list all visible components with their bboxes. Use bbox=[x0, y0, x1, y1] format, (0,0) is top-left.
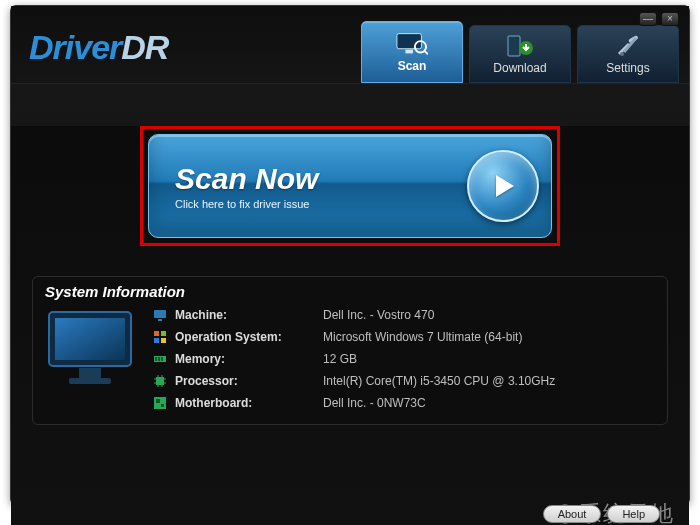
spec-value: 12 GB bbox=[323, 352, 655, 366]
svg-line-3 bbox=[424, 51, 428, 55]
drive-download-icon bbox=[504, 33, 536, 59]
tab-settings-label: Settings bbox=[606, 61, 649, 75]
spec-row-os: Operation System: Microsoft Windows 7 Ul… bbox=[153, 326, 655, 348]
tab-download[interactable]: Download bbox=[469, 25, 571, 83]
tools-icon bbox=[612, 33, 644, 59]
os-icon bbox=[153, 330, 175, 344]
svg-rect-20 bbox=[155, 357, 157, 361]
minimize-button[interactable]: — bbox=[639, 12, 657, 26]
spec-label: Memory: bbox=[175, 352, 323, 366]
motherboard-icon bbox=[153, 396, 175, 410]
window-controls: — × bbox=[639, 12, 679, 26]
cpu-icon bbox=[153, 374, 175, 388]
scan-subtitle: Click here to fix driver issue bbox=[175, 198, 318, 210]
svg-rect-12 bbox=[69, 378, 111, 384]
svg-rect-26 bbox=[161, 404, 164, 407]
svg-rect-18 bbox=[161, 338, 166, 343]
svg-rect-17 bbox=[154, 338, 159, 343]
scan-now-button[interactable]: Scan Now Click here to fix driver issue bbox=[148, 134, 552, 238]
machine-icon bbox=[153, 308, 175, 322]
logo-part1: Driver bbox=[29, 28, 121, 66]
system-info-title: System Information bbox=[45, 283, 655, 300]
footer-buttons: About Help bbox=[543, 505, 660, 523]
svg-rect-10 bbox=[55, 318, 125, 360]
main-tabs: Scan Download bbox=[361, 16, 679, 83]
svg-rect-23 bbox=[156, 377, 164, 385]
scan-highlight-frame: Scan Now Click here to fix driver issue bbox=[140, 126, 560, 246]
svg-rect-1 bbox=[405, 50, 413, 54]
scan-text-group: Scan Now Click here to fix driver issue bbox=[175, 162, 318, 210]
svg-rect-11 bbox=[79, 368, 101, 378]
header: DriverDR Scan bbox=[11, 6, 689, 84]
spec-label: Processor: bbox=[175, 374, 323, 388]
svg-rect-22 bbox=[161, 357, 163, 361]
spec-row-processor: Processor: Intel(R) Core(TM) i5-3450 CPU… bbox=[153, 370, 655, 392]
main-panel: Scan Now Click here to fix driver issue … bbox=[11, 126, 689, 525]
memory-icon bbox=[153, 352, 175, 366]
tab-settings[interactable]: Settings bbox=[577, 25, 679, 83]
spec-label: Motherboard: bbox=[175, 396, 323, 410]
spec-value: Microsoft Windows 7 Ultimate (64-bit) bbox=[323, 330, 655, 344]
spec-label: Operation System: bbox=[175, 330, 323, 344]
logo-part2: DR bbox=[121, 28, 168, 66]
spec-value: Intel(R) Core(TM) i5-3450 CPU @ 3.10GHz bbox=[323, 374, 655, 388]
svg-rect-25 bbox=[156, 399, 160, 403]
svg-rect-16 bbox=[161, 331, 166, 336]
spec-value: Dell Inc. - Vostro 470 bbox=[323, 308, 655, 322]
specs-list: Machine: Dell Inc. - Vostro 470 Operatio… bbox=[153, 304, 655, 414]
svg-rect-13 bbox=[154, 310, 166, 318]
spec-value: Dell Inc. - 0NW73C bbox=[323, 396, 655, 410]
app-window: — × DriverDR Scan bbox=[10, 5, 690, 505]
system-info-panel: System Information bbox=[32, 276, 668, 425]
spec-row-memory: Memory: 12 GB bbox=[153, 348, 655, 370]
tab-scan-label: Scan bbox=[398, 59, 427, 73]
svg-rect-21 bbox=[158, 357, 160, 361]
app-logo: DriverDR bbox=[29, 28, 168, 67]
help-button[interactable]: Help bbox=[607, 505, 660, 523]
play-arrow-icon bbox=[467, 150, 539, 222]
monitor-icon bbox=[45, 304, 135, 394]
tab-download-label: Download bbox=[493, 61, 546, 75]
svg-rect-14 bbox=[158, 319, 162, 321]
about-button[interactable]: About bbox=[543, 505, 602, 523]
svg-rect-4 bbox=[508, 36, 520, 56]
close-button[interactable]: × bbox=[661, 12, 679, 26]
tab-scan[interactable]: Scan bbox=[361, 21, 463, 83]
svg-rect-15 bbox=[154, 331, 159, 336]
spec-row-machine: Machine: Dell Inc. - Vostro 470 bbox=[153, 304, 655, 326]
spec-row-motherboard: Motherboard: Dell Inc. - 0NW73C bbox=[153, 392, 655, 414]
spec-label: Machine: bbox=[175, 308, 323, 322]
monitor-search-icon bbox=[396, 31, 428, 57]
scan-title: Scan Now bbox=[175, 162, 318, 196]
svg-point-7 bbox=[620, 52, 624, 56]
svg-marker-8 bbox=[496, 175, 514, 197]
